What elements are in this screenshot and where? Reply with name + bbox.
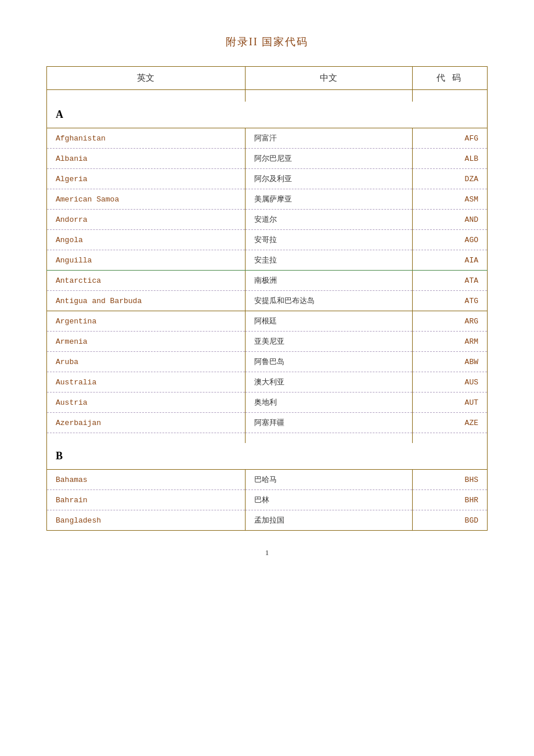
cell-english: Angola xyxy=(47,230,246,250)
header-english: 英文 xyxy=(47,67,246,90)
table-row: Antarctica 南极洲 ATA xyxy=(47,271,488,291)
table-row: Afghanistan 阿富汗 AFG xyxy=(47,128,488,149)
cell-english: Bahamas xyxy=(47,470,246,490)
cell-code: AZE xyxy=(412,413,487,433)
cell-code: ALB xyxy=(412,149,487,169)
section-separator xyxy=(47,433,488,443)
table-row: Andorra 安道尔 AND xyxy=(47,210,488,230)
cell-chinese: 澳大利亚 xyxy=(245,372,412,393)
cell-chinese: 安圭拉 xyxy=(245,250,412,271)
cell-english: Austria xyxy=(47,393,246,413)
cell-english: Bangladesh xyxy=(47,510,246,531)
cell-code: ARM xyxy=(412,332,487,352)
cell-code: DZA xyxy=(412,169,487,189)
empty-row xyxy=(47,90,488,102)
cell-code: AIA xyxy=(412,250,487,271)
table-row: American Samoa 美属萨摩亚 ASM xyxy=(47,189,488,210)
cell-code: AUS xyxy=(412,372,487,393)
cell-english: Aruba xyxy=(47,352,246,372)
cell-english: Andorra xyxy=(47,210,246,230)
table-row: Australia 澳大利亚 AUS xyxy=(47,372,488,393)
table-row: Antigua and Barbuda 安提瓜和巴布达岛 ATG xyxy=(47,291,488,311)
table-row: Anguilla 安圭拉 AIA xyxy=(47,250,488,271)
table-row: Azerbaijan 阿塞拜疆 AZE xyxy=(47,413,488,433)
cell-chinese: 阿塞拜疆 xyxy=(245,413,412,433)
cell-chinese: 巴哈马 xyxy=(245,470,412,490)
cell-english: Antigua and Barbuda xyxy=(47,291,246,311)
cell-english: Bahrain xyxy=(47,490,246,510)
table-row: Bahamas 巴哈马 BHS xyxy=(47,470,488,490)
page-number: 1 xyxy=(265,548,269,557)
table-row: Angola 安哥拉 AGO xyxy=(47,230,488,250)
cell-code: ATG xyxy=(412,291,487,311)
cell-english: American Samoa xyxy=(47,189,246,210)
cell-english: Argentina xyxy=(47,311,246,332)
cell-chinese: 美属萨摩亚 xyxy=(245,189,412,210)
table-row: Albania 阿尔巴尼亚 ALB xyxy=(47,149,488,169)
cell-english: Albania xyxy=(47,149,246,169)
cell-code: ABW xyxy=(412,352,487,372)
cell-chinese: 巴林 xyxy=(245,490,412,510)
page-title: 附录II 国家代码 xyxy=(46,35,488,49)
cell-chinese: 奥地利 xyxy=(245,393,412,413)
cell-chinese: 阿尔及利亚 xyxy=(245,169,412,189)
cell-english: Armenia xyxy=(47,332,246,352)
table-row: Argentina 阿根廷 ARG xyxy=(47,311,488,332)
table-header-row: 英文 中文 代 码 xyxy=(47,67,488,90)
cell-chinese: 亚美尼亚 xyxy=(245,332,412,352)
table-row: Aruba 阿鲁巴岛 ABW xyxy=(47,352,488,372)
cell-code: BHR xyxy=(412,490,487,510)
header-code: 代 码 xyxy=(412,67,487,90)
country-table: 英文 中文 代 码 A Afghanistan 阿富汗 AFG Albania … xyxy=(46,66,488,531)
page-footer: 1 xyxy=(46,548,488,557)
cell-chinese: 阿根廷 xyxy=(245,311,412,332)
cell-code: ASM xyxy=(412,189,487,210)
cell-chinese: 安哥拉 xyxy=(245,230,412,250)
section-header-A: A xyxy=(47,102,488,128)
cell-code: BHS xyxy=(412,470,487,490)
cell-english: Anguilla xyxy=(47,250,246,271)
cell-chinese: 孟加拉国 xyxy=(245,510,412,531)
cell-chinese: 南极洲 xyxy=(245,271,412,291)
table-row: Bangladesh 孟加拉国 BGD xyxy=(47,510,488,531)
table-row: Algeria 阿尔及利亚 DZA xyxy=(47,169,488,189)
cell-code: AGO xyxy=(412,230,487,250)
cell-english: Afghanistan xyxy=(47,128,246,149)
cell-chinese: 阿尔巴尼亚 xyxy=(245,149,412,169)
cell-code: ATA xyxy=(412,271,487,291)
cell-english: Australia xyxy=(47,372,246,393)
cell-code: BGD xyxy=(412,510,487,531)
cell-english: Azerbaijan xyxy=(47,413,246,433)
cell-chinese: 安提瓜和巴布达岛 xyxy=(245,291,412,311)
cell-chinese: 安道尔 xyxy=(245,210,412,230)
section-header-B: B xyxy=(47,443,488,470)
table-row: Armenia 亚美尼亚 ARM xyxy=(47,332,488,352)
cell-code: AFG xyxy=(412,128,487,149)
cell-code: AND xyxy=(412,210,487,230)
table-row: Bahrain 巴林 BHR xyxy=(47,490,488,510)
cell-english: Antarctica xyxy=(47,271,246,291)
cell-chinese: 阿富汗 xyxy=(245,128,412,149)
cell-code: AUT xyxy=(412,393,487,413)
header-chinese: 中文 xyxy=(245,67,412,90)
cell-code: ARG xyxy=(412,311,487,332)
cell-chinese: 阿鲁巴岛 xyxy=(245,352,412,372)
cell-english: Algeria xyxy=(47,169,246,189)
table-row: Austria 奥地利 AUT xyxy=(47,393,488,413)
